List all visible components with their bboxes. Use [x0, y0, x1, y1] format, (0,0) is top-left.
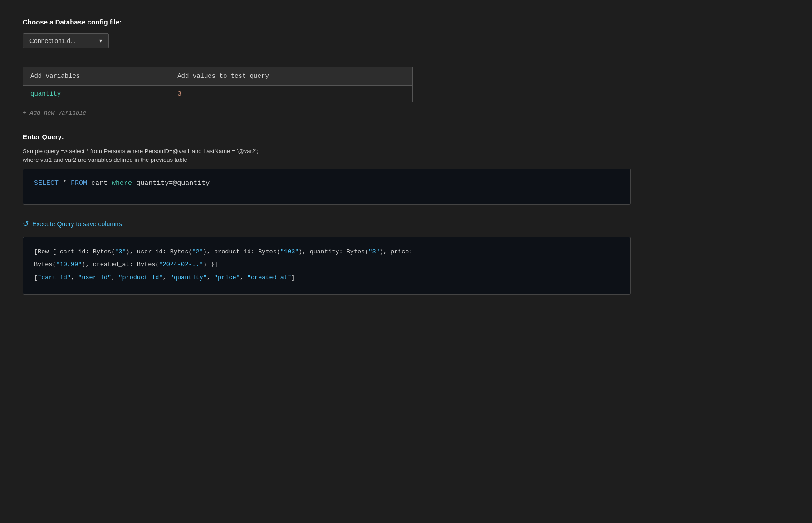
variables-section: Add variables Add values to test query q…	[23, 67, 789, 118]
sql-asterisk: *	[63, 179, 71, 187]
chevron-down-icon: ▾	[99, 38, 102, 44]
query-section: Enter Query: Sample query => select * fr…	[23, 133, 789, 205]
sql-where: where	[112, 179, 132, 187]
dropdown-value: Connection1.d...	[29, 37, 76, 44]
query-editor[interactable]: SELECT * FROM cart where quantity=@quant…	[23, 169, 631, 205]
result-line-1: [Row { cart_id: Bytes("3"), user_id: Byt…	[34, 247, 619, 257]
query-label: Enter Query:	[23, 133, 789, 140]
table-row: quantity3	[23, 86, 413, 102]
add-variable-button[interactable]: + Add new variable	[23, 108, 86, 118]
db-config-section: Choose a Database config file: Connectio…	[23, 18, 789, 48]
results-section: [Row { cart_id: Bytes("3"), user_id: Byt…	[23, 237, 631, 295]
query-hint2: where var1 and var2 are variables define…	[23, 156, 789, 163]
variables-table: Add variables Add values to test query q…	[23, 67, 413, 102]
execute-label: Execute Query to save columns	[32, 220, 122, 228]
sql-table: cart	[91, 179, 112, 187]
result-line-3: ["cart_id", "user_id", "product_id", "qu…	[34, 272, 619, 283]
db-config-label: Choose a Database config file:	[23, 18, 789, 26]
execute-query-button[interactable]: ↺ Execute Query to save columns	[23, 216, 122, 232]
db-config-dropdown[interactable]: Connection1.d... ▾	[23, 33, 109, 48]
variable-value-cell[interactable]: 3	[170, 86, 413, 102]
col1-header: Add variables	[23, 67, 170, 86]
col2-header: Add values to test query	[170, 67, 413, 86]
refresh-icon: ↺	[23, 219, 29, 228]
variable-name-cell[interactable]: quantity	[23, 86, 170, 102]
result-line-2: Bytes("10.99"), created_at: Bytes("2024-…	[34, 259, 619, 270]
sql-param: quantity=@quantity	[136, 179, 210, 187]
query-hint1: Sample query => select * from Persons wh…	[23, 148, 789, 155]
sql-select: SELECT	[34, 179, 59, 187]
sql-from: FROM	[71, 179, 87, 187]
